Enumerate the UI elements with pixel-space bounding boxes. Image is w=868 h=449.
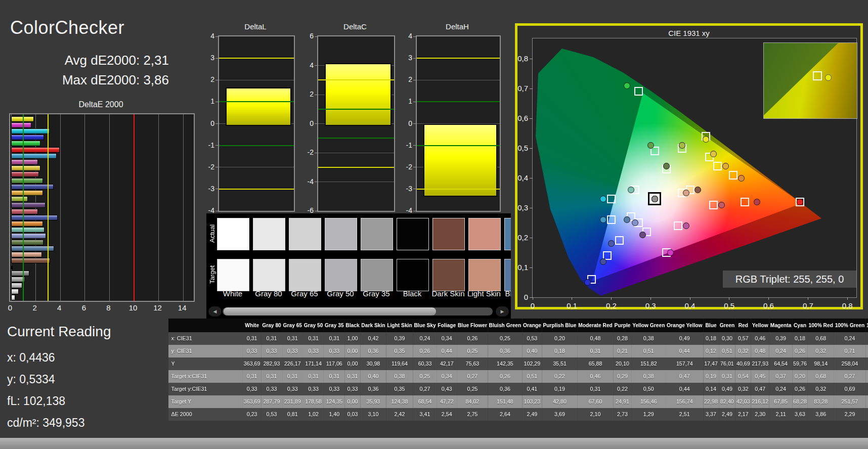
limit-line xyxy=(318,109,394,110)
table-cell: 35,51 xyxy=(542,357,578,370)
table-cell: 0,31 xyxy=(577,383,613,395)
deltae2000-x-axis: 02468101214 xyxy=(9,303,201,312)
table-cell: 151,48 xyxy=(488,395,522,408)
tick xyxy=(215,211,219,211)
y-tick-label: 2 xyxy=(297,90,314,98)
de-bar xyxy=(11,122,31,128)
table-cell: 2,54 xyxy=(437,408,457,421)
table-cell: 0,36 xyxy=(488,345,522,357)
table-cell: 2,29 xyxy=(834,408,865,421)
table-row: y: CIE310,330,330,330,330,330,000,360,35… xyxy=(168,345,868,357)
table-cell: 2,30 xyxy=(751,408,769,421)
table-cell: 0,20 xyxy=(792,370,807,383)
de-bar xyxy=(11,295,15,300)
x-tick-label: 0 xyxy=(525,301,541,310)
table-cell: 0,38 xyxy=(386,370,413,383)
table-cell: 0,33 xyxy=(261,383,282,395)
tick xyxy=(729,297,729,300)
cie-target-square xyxy=(729,171,737,179)
swatch-target xyxy=(217,259,249,291)
summary-stats: Avg dE2000: 2,31 Max dE2000: 3,86 xyxy=(0,51,169,90)
table-cell: 0,20 xyxy=(542,332,578,345)
y-tick-label: 0 xyxy=(198,119,214,127)
table-cell: 156,74 xyxy=(666,395,703,408)
table-cell: 65,88 xyxy=(577,357,613,370)
column-header: Yellow xyxy=(751,319,769,332)
y-tick-label: 1 xyxy=(396,97,412,105)
tick xyxy=(530,238,533,238)
x-tick-label: 0,6 xyxy=(761,301,777,310)
table-cell: 0,51 xyxy=(719,345,735,357)
y-tick-label: 0,4 xyxy=(512,173,528,182)
table-cell: 119,64 xyxy=(386,357,413,370)
limit-line xyxy=(417,145,500,146)
column-header: Orange xyxy=(522,319,542,332)
swatch-target xyxy=(397,259,429,291)
swatch-scrollbar-thumb[interactable] xyxy=(224,307,436,316)
y-tick-label: 0,3 xyxy=(512,203,528,212)
column-header: Green xyxy=(719,319,735,332)
column-header: Gray 65 xyxy=(282,319,303,332)
column-header: Bluish Green xyxy=(488,319,522,332)
limit-line xyxy=(318,138,394,139)
scroll-right-icon[interactable]: ▶ xyxy=(496,306,509,317)
table-cell: 0,39 xyxy=(769,332,792,345)
y-tick-label: 0 xyxy=(512,293,528,301)
column-header: Blue Sky xyxy=(413,319,437,332)
swatch-actual xyxy=(432,218,465,250)
table-cell: 0,32 xyxy=(808,383,834,395)
table-cell: 0,31 xyxy=(303,332,324,345)
x-tick-label: 4 xyxy=(53,303,65,312)
table-cell: 0,68 xyxy=(808,370,834,383)
deltae2000-chart xyxy=(9,113,195,302)
actual-row-label: Actual xyxy=(207,218,216,249)
gridline xyxy=(219,80,294,80)
table-row: Target x:CIE310,310,310,310,310,310,310,… xyxy=(168,370,868,383)
table-cell: 178,58 xyxy=(303,395,324,408)
table-cell: 0,26 xyxy=(413,345,437,357)
table-cell: 2,49 xyxy=(719,408,735,421)
measurement-table: WhiteGray 80Gray 65Gray 50Gray 35BlackDa… xyxy=(168,319,868,421)
column-header: 100% Red xyxy=(808,319,834,332)
tick xyxy=(650,297,651,300)
delta-bar xyxy=(325,63,392,125)
cie-measured-dot xyxy=(738,175,745,182)
table-cell: 0,33 xyxy=(261,345,282,357)
table-cell: 68,28 xyxy=(792,395,807,408)
table-cell: 20,10 xyxy=(614,357,632,370)
table-cell: 2,49 xyxy=(522,408,542,421)
limit-line xyxy=(48,114,49,301)
limit-line xyxy=(134,114,135,301)
cie-target-square xyxy=(674,221,682,230)
y-tick-label: 3 xyxy=(396,54,412,62)
x-tick-label: 6 xyxy=(78,303,90,312)
deltah-chart: 43210-1-2-3-4 xyxy=(416,35,501,212)
de-bar xyxy=(11,227,45,233)
cie-measured-dot xyxy=(667,249,674,256)
de-bar xyxy=(11,196,28,202)
swatch-actual xyxy=(253,218,285,250)
table-cell: 363,69 xyxy=(243,395,261,408)
de-bar xyxy=(11,153,57,159)
de-bar xyxy=(11,252,42,257)
table-cell: 1,00 xyxy=(344,332,360,345)
table-cell: 258,04 xyxy=(834,357,865,370)
table-cell: 0,43 xyxy=(437,383,457,395)
scroll-left-icon[interactable]: ◀ xyxy=(208,306,222,317)
de-bar xyxy=(11,147,60,153)
cie-inset-shade xyxy=(764,43,857,118)
table-cell: 0,69 xyxy=(834,383,865,395)
y-tick-label: -1 xyxy=(198,141,214,149)
tick xyxy=(768,297,769,300)
de-bar xyxy=(11,202,46,208)
y-tick-label: 0 xyxy=(396,119,412,127)
table-cell: 0,33 xyxy=(243,345,261,357)
gridline xyxy=(158,114,159,301)
de-bar xyxy=(11,240,44,245)
table-cell: 75,63 xyxy=(457,357,488,370)
swatch-target xyxy=(432,259,465,291)
tick xyxy=(413,36,417,37)
table-cell: 156,46 xyxy=(631,395,666,408)
cie-measured-dot xyxy=(663,163,670,169)
table-cell: 0,51 xyxy=(631,345,666,357)
